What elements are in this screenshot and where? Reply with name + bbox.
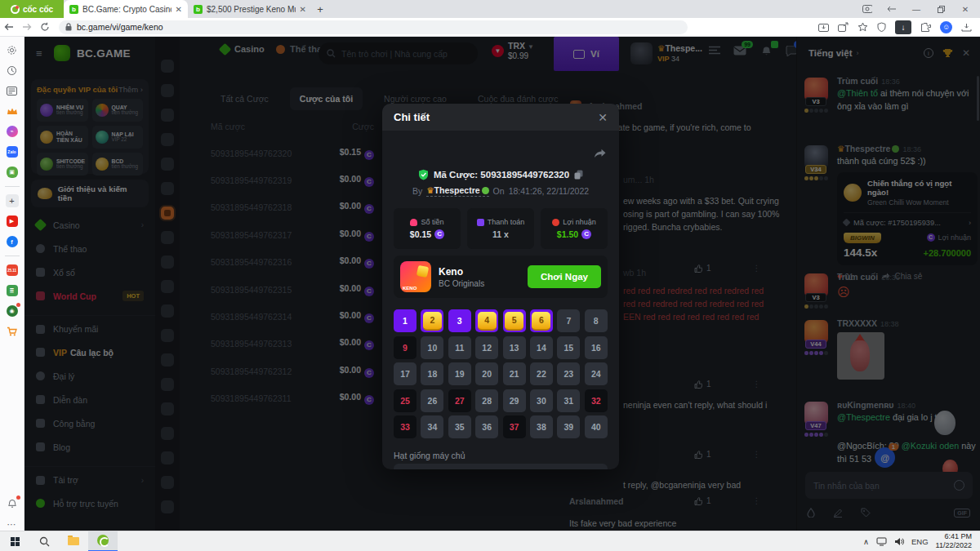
keno-tile-drawn[interactable]: 9 — [394, 336, 416, 359]
extensions-puzzle-icon[interactable] — [920, 22, 931, 32]
keno-tile[interactable]: 19 — [448, 362, 471, 385]
game-name[interactable]: Keno — [439, 266, 484, 278]
bcgame-favicon: b — [69, 5, 78, 14]
tab-close-icon[interactable]: ✕ — [300, 5, 306, 14]
play-now-button[interactable]: Chơi Ngay — [528, 265, 601, 288]
sidebar-divider — [5, 256, 20, 256]
keno-tile[interactable]: 20 — [475, 362, 498, 385]
keno-tile[interactable]: 8 — [585, 309, 608, 332]
window-close-button[interactable]: ✕ — [960, 5, 970, 13]
keno-tile-drawn[interactable]: 32 — [585, 389, 608, 412]
copy-icon[interactable] — [574, 170, 583, 180]
keno-tile[interactable]: 13 — [503, 336, 526, 359]
bet-user-link[interactable]: ♛Thespectre — [426, 185, 488, 197]
keno-tile[interactable]: 29 — [503, 389, 526, 412]
keno-tile-drawn[interactable]: 33 — [394, 415, 416, 438]
keno-tile[interactable]: 26 — [421, 389, 443, 412]
keno-tile[interactable]: 12 — [475, 336, 498, 359]
keno-tile[interactable]: 14 — [530, 336, 553, 359]
keno-tile[interactable]: 18 — [421, 362, 443, 385]
keno-tile-hit[interactable]: 5 — [503, 309, 526, 332]
shopping-cart-icon[interactable] — [6, 325, 19, 338]
keno-tile[interactable]: 16 — [585, 336, 608, 359]
keno-tile[interactable]: 36 — [475, 415, 498, 438]
forward-button[interactable] — [18, 23, 36, 31]
tab-search-icon[interactable] — [862, 5, 872, 13]
soccer-scores-icon[interactable]: ◉ — [6, 304, 19, 318]
gold-hit-icon: 2 — [423, 312, 442, 331]
keno-tile[interactable]: 30 — [530, 389, 553, 412]
tray-expand-icon[interactable]: ∧ — [863, 537, 869, 546]
keno-tile[interactable]: 31 — [557, 389, 580, 412]
messenger-icon[interactable]: ⌁ — [6, 125, 19, 138]
keno-tile[interactable]: 22 — [530, 362, 553, 385]
coccoc-taskbar-button[interactable] — [88, 531, 118, 551]
share-bet-icon[interactable] — [594, 149, 606, 158]
keno-tile[interactable]: 11 — [448, 336, 471, 359]
server-seed-field[interactable]: Hạt Giống vẫn chưa được tiết lộ — [394, 464, 608, 469]
keno-tile[interactable]: 24 — [585, 362, 608, 385]
settings-gear-icon[interactable] — [6, 43, 19, 56]
history-icon[interactable] — [6, 64, 19, 77]
facebook-icon[interactable]: f — [6, 235, 19, 248]
keno-tile[interactable]: 10 — [421, 336, 443, 359]
browser-tab-2[interactable]: b $2,500 Prestige Keno Multipl ✕ — [188, 0, 312, 18]
newsfeed-icon[interactable] — [6, 84, 19, 97]
keno-tile[interactable]: 40 — [585, 415, 608, 438]
keno-tile[interactable]: 15 — [557, 336, 580, 359]
keno-tile[interactable]: 38 — [530, 415, 553, 438]
keno-tile[interactable]: 39 — [557, 415, 580, 438]
url-field[interactable]: bc.game/vi/game/keno — [59, 20, 688, 34]
tab-list-icon[interactable] — [887, 5, 897, 13]
modal-close-icon[interactable]: ✕ — [598, 111, 608, 124]
keno-tile-hit[interactable]: 4 — [475, 309, 498, 332]
sale-2511-icon[interactable]: 25.11 — [6, 264, 19, 277]
vip-crown-icon[interactable] — [6, 104, 19, 118]
keno-tile-hit[interactable]: 2 — [421, 309, 443, 332]
keno-tile-drawn[interactable]: 25 — [394, 389, 416, 412]
keno-tile[interactable]: 23 — [557, 362, 580, 385]
reload-button[interactable] — [36, 22, 54, 32]
back-button[interactable] — [0, 23, 18, 31]
more-options-icon[interactable]: ⋯ — [6, 518, 19, 531]
browser-tab-1[interactable]: b BC.Game: Crypto Casino Gam ✕ — [64, 0, 188, 18]
network-icon[interactable] — [876, 537, 887, 546]
url-text: bc.game/vi/game/keno — [77, 22, 163, 32]
coccoc-logo[interactable]: cốc cốc — [0, 0, 64, 18]
download-active-icon[interactable]: ↓ — [895, 20, 911, 34]
volume-icon[interactable] — [894, 537, 904, 546]
tab-close-icon[interactable]: ✕ — [176, 5, 182, 14]
start-button[interactable] — [0, 531, 29, 551]
taskbar-clock[interactable]: 6:41 PM11/22/2022 — [936, 532, 972, 551]
keno-tile[interactable]: 34 — [421, 415, 443, 438]
downloads-tray-icon[interactable] — [961, 23, 972, 32]
keno-tile[interactable]: 35 — [448, 415, 471, 438]
youtube-icon[interactable]: ▶ — [6, 215, 19, 228]
keno-tile[interactable]: 17 — [394, 362, 416, 385]
file-explorer-button[interactable] — [59, 531, 88, 551]
adblock-shield-icon[interactable] — [877, 22, 886, 32]
zalo-icon[interactable]: Zalo — [6, 145, 19, 158]
keno-tile[interactable]: 28 — [475, 389, 498, 412]
share-page-icon[interactable] — [838, 22, 849, 32]
new-tab-button[interactable]: + — [312, 0, 328, 18]
window-maximize-button[interactable] — [936, 5, 946, 13]
keno-tile-drawn[interactable]: 37 — [503, 415, 526, 438]
add-shortcut-icon[interactable]: + — [6, 194, 19, 207]
keyboard-language[interactable]: ENG — [911, 537, 929, 546]
browser-profile-avatar[interactable]: ☺ — [940, 21, 952, 33]
keno-game-thumbnail[interactable]: KENO — [400, 261, 431, 292]
keno-tile[interactable]: 7 — [557, 309, 580, 332]
keno-tile-selected[interactable]: 1 — [394, 309, 416, 332]
keno-tile-selected[interactable]: 3 — [448, 309, 471, 332]
keno-tile-hit[interactable]: 6 — [530, 309, 553, 332]
save-page-icon[interactable] — [818, 22, 829, 32]
notes-clipboard-icon[interactable]: ≣ — [6, 284, 19, 297]
notifications-bell-icon[interactable] — [6, 497, 19, 510]
games-gamepad-icon[interactable]: ▣ — [6, 166, 19, 179]
keno-tile-drawn[interactable]: 27 — [448, 389, 471, 412]
keno-tile[interactable]: 21 — [503, 362, 526, 385]
bookmark-star-icon[interactable] — [858, 22, 868, 32]
taskbar-search-button[interactable] — [29, 531, 59, 551]
window-minimize-button[interactable]: — — [911, 5, 921, 13]
